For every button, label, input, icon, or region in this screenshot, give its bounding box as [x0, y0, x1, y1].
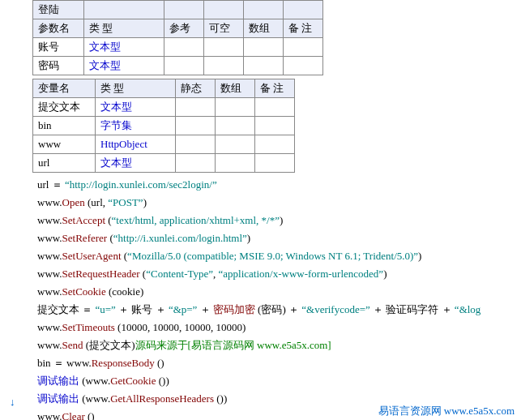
code-line: url ＝ “http://login.xunlei.com/sec2login… — [32, 176, 521, 194]
code-line: www.Open (url, “POST”) — [32, 194, 521, 212]
col-remark: 备 注 — [255, 79, 295, 98]
col-static: 静态 — [176, 79, 216, 98]
subroutine-name: 登陆 — [33, 1, 84, 19]
table-row: 提交文本文本型 — [33, 98, 295, 117]
down-arrow-icon: ↓ — [10, 396, 15, 409]
col-remark: 备 注 — [284, 19, 323, 38]
code-line: www.SetUserAgent (“Mozilla/5.0 (compatib… — [32, 247, 521, 265]
variables-table: 变量名 类 型 静态 数组 备 注 提交文本文本型 bin字节集 wwwHttp… — [32, 79, 295, 173]
code-line: www.Send (提交文本)源码来源于[易语言源码网 www.e5a5x.co… — [32, 336, 521, 354]
col-array: 数组 — [216, 79, 255, 98]
parameters-table: 登陆 参数名 类 型 参考 可空 数组 备 注 账号文本型 密码文本型 — [32, 0, 323, 75]
code-line: www.SetTimeouts (10000, 10000, 10000, 10… — [32, 319, 521, 336]
table-row: bin字节集 — [33, 117, 295, 135]
col-ref: 参考 — [164, 19, 204, 38]
table-row: url文本型 — [33, 154, 295, 173]
code-line: www.SetCookie (cookie) — [32, 283, 521, 301]
table-row: 密码文本型 — [33, 57, 323, 75]
code-line: www.SetRequestHeader (“Content-Type”, “a… — [32, 265, 521, 283]
code-line: 提交文本 ＝ “u=” ＋ 账号 ＋ “&p=” ＋ 密码加密 (密码) ＋ “… — [32, 301, 521, 319]
table-row: 账号文本型 — [33, 38, 323, 57]
code-line: www.SetAccept (“text/html, application/x… — [32, 212, 521, 229]
code-block: url ＝ “http://login.xunlei.com/sec2login… — [32, 176, 521, 420]
col-var-name: 变量名 — [33, 79, 96, 98]
table-row: wwwHttpObject — [33, 135, 295, 154]
code-line: www.SetReferer (“http://i.xunlei.com/log… — [32, 229, 521, 247]
col-type: 类 型 — [84, 19, 164, 38]
code-line: 调试输出 (www.GetCookie ()) — [32, 372, 521, 390]
code-line: bin ＝ www.ResponseBody () — [32, 354, 521, 372]
col-nullable: 可空 — [204, 19, 244, 38]
col-type: 类 型 — [96, 79, 176, 98]
watermark: 易语言资源网 www.e5a5x.com — [378, 404, 515, 418]
col-array: 数组 — [244, 19, 284, 38]
col-param-name: 参数名 — [33, 19, 84, 38]
